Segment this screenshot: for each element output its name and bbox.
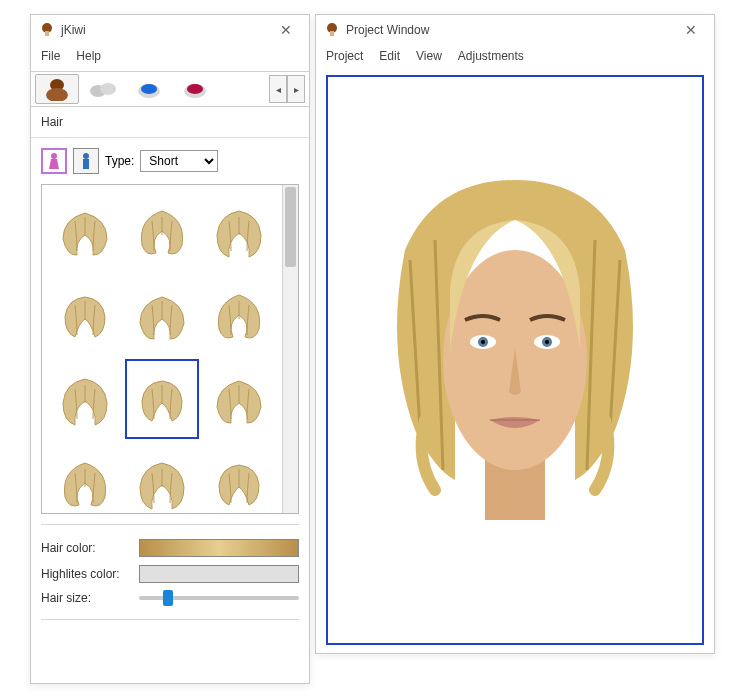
hair-controls: Type: Short bbox=[31, 138, 309, 184]
male-icon bbox=[79, 152, 93, 170]
project-window: Project Window ✕ Project Edit View Adjus… bbox=[315, 14, 715, 654]
hair-style-icon bbox=[132, 369, 192, 429]
tabstrip-prev[interactable]: ◂ bbox=[269, 75, 287, 103]
svg-rect-12 bbox=[83, 159, 89, 169]
tab-hair[interactable] bbox=[35, 74, 79, 104]
hair-size-slider[interactable] bbox=[139, 596, 299, 600]
menu-adjustments[interactable]: Adjustments bbox=[458, 49, 524, 63]
highlites-color-swatch[interactable] bbox=[139, 565, 299, 583]
menu-edit[interactable]: Edit bbox=[379, 49, 400, 63]
hair-style-icon bbox=[209, 369, 269, 429]
tool-title: jKiwi bbox=[61, 23, 271, 37]
hair-thumbnail[interactable] bbox=[203, 443, 276, 513]
svg-point-5 bbox=[100, 83, 116, 95]
project-titlebar: Project Window ✕ bbox=[316, 15, 714, 45]
lipstick-icon bbox=[180, 77, 210, 101]
hair-size-label: Hair size: bbox=[41, 591, 131, 605]
tool-close-button[interactable]: ✕ bbox=[271, 22, 301, 38]
highlites-row: Highlites color: bbox=[31, 561, 309, 587]
female-icon bbox=[47, 152, 61, 170]
hair-color-label: Hair color: bbox=[41, 541, 131, 555]
hair-style-icon bbox=[55, 285, 115, 345]
highlites-label: Highlites color: bbox=[41, 567, 131, 581]
project-canvas[interactable] bbox=[326, 75, 704, 645]
hair-bun-icon bbox=[42, 77, 72, 101]
eyeshadow-icon bbox=[134, 77, 164, 101]
section-label: Hair bbox=[31, 107, 309, 138]
type-select[interactable]: Short bbox=[140, 150, 218, 172]
svg-point-22 bbox=[545, 340, 549, 344]
hair-style-icon bbox=[132, 453, 192, 513]
hair-thumbnail[interactable] bbox=[125, 443, 198, 513]
tool-window: jKiwi ✕ File Help bbox=[30, 14, 310, 684]
category-tabstrip: ◂ ▸ bbox=[31, 71, 309, 107]
hair-style-icon bbox=[55, 369, 115, 429]
gallery-scrollbar[interactable] bbox=[282, 185, 298, 513]
hair-gallery bbox=[41, 184, 299, 514]
model-preview bbox=[365, 170, 665, 550]
svg-point-7 bbox=[141, 84, 157, 94]
hair-thumbnail[interactable] bbox=[203, 275, 276, 355]
svg-point-10 bbox=[51, 153, 57, 159]
hair-style-icon bbox=[209, 201, 269, 261]
hair-thumbnail[interactable] bbox=[203, 191, 276, 271]
divider bbox=[41, 524, 299, 525]
hair-thumbnail[interactable] bbox=[203, 359, 276, 439]
hair-style-icon bbox=[55, 453, 115, 513]
svg-rect-1 bbox=[45, 31, 49, 36]
tool-titlebar: jKiwi ✕ bbox=[31, 15, 309, 45]
compact-icon bbox=[88, 77, 118, 101]
menu-help[interactable]: Help bbox=[76, 49, 101, 63]
tool-menubar: File Help bbox=[31, 45, 309, 71]
hair-thumbnail[interactable] bbox=[48, 443, 121, 513]
type-label: Type: bbox=[105, 154, 134, 168]
hair-style-icon bbox=[209, 285, 269, 345]
svg-point-9 bbox=[187, 84, 203, 94]
hair-color-swatch[interactable] bbox=[139, 539, 299, 557]
svg-point-11 bbox=[83, 153, 89, 159]
menu-project[interactable]: Project bbox=[326, 49, 363, 63]
hair-size-row: Hair size: bbox=[31, 587, 309, 609]
hair-thumbnail[interactable] bbox=[125, 191, 198, 271]
tab-eyeshadow[interactable] bbox=[127, 74, 171, 104]
hair-thumbnail[interactable] bbox=[48, 191, 121, 271]
tab-lipstick[interactable] bbox=[173, 74, 217, 104]
slider-thumb[interactable] bbox=[163, 590, 173, 606]
scrollbar-thumb[interactable] bbox=[285, 187, 296, 267]
project-close-button[interactable]: ✕ bbox=[676, 22, 706, 38]
tabstrip-nav: ◂ ▸ bbox=[269, 75, 305, 103]
tab-compact[interactable] bbox=[81, 74, 125, 104]
project-icon bbox=[324, 22, 340, 38]
tabstrip-next[interactable]: ▸ bbox=[287, 75, 305, 103]
hair-style-icon bbox=[132, 285, 192, 345]
app-icon bbox=[39, 22, 55, 38]
hair-thumbnail[interactable] bbox=[48, 359, 121, 439]
project-menubar: Project Edit View Adjustments bbox=[316, 45, 714, 71]
project-title: Project Window bbox=[346, 23, 676, 37]
menu-file[interactable]: File bbox=[41, 49, 60, 63]
hair-style-icon bbox=[55, 201, 115, 261]
hair-style-icon bbox=[132, 201, 192, 261]
svg-point-19 bbox=[481, 340, 485, 344]
divider-2 bbox=[41, 619, 299, 620]
hair-color-row: Hair color: bbox=[31, 535, 309, 561]
hair-thumbnail[interactable] bbox=[48, 275, 121, 355]
hair-thumbnail[interactable] bbox=[125, 359, 198, 439]
gender-male-button[interactable] bbox=[73, 148, 99, 174]
hair-style-icon bbox=[209, 453, 269, 513]
menu-view[interactable]: View bbox=[416, 49, 442, 63]
svg-rect-14 bbox=[330, 31, 334, 36]
svg-point-3 bbox=[46, 88, 68, 101]
gender-female-button[interactable] bbox=[41, 148, 67, 174]
hair-thumbnail[interactable] bbox=[125, 275, 198, 355]
